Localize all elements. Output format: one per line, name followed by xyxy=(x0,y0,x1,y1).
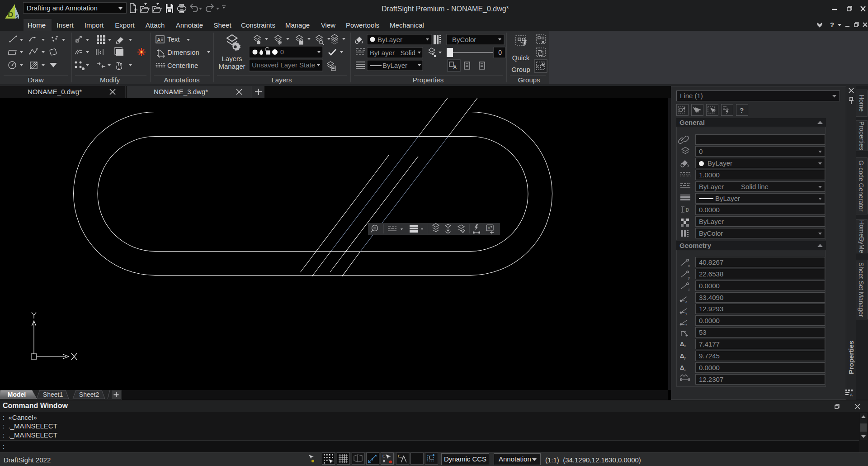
svg-text:Quick: Quick xyxy=(512,54,530,62)
svg-text:z: z xyxy=(685,323,687,327)
svg-text:y: y xyxy=(688,276,690,280)
svg-text:Δ: Δ xyxy=(680,352,684,359)
svg-text:Centerline: Centerline xyxy=(167,62,198,69)
svg-text:Unsaved Layer State: Unsaved Layer State xyxy=(252,61,315,69)
svg-text:s: s xyxy=(15,14,19,20)
svg-text:Group: Group xyxy=(511,66,530,73)
svg-text:Sheet1: Sheet1 xyxy=(43,391,63,398)
svg-text:Layers: Layers xyxy=(222,55,242,62)
svg-text:?: ? xyxy=(830,21,834,29)
svg-text:Text: Text xyxy=(167,35,180,43)
svg-text:z: z xyxy=(684,367,686,371)
svg-text:ByLayer: ByLayer xyxy=(382,62,407,69)
svg-text:A: A xyxy=(118,67,120,71)
svg-text:z: z xyxy=(688,287,690,291)
svg-text:ByLayer: ByLayer xyxy=(377,36,402,43)
svg-text:A: A xyxy=(453,65,457,70)
svg-text:y: y xyxy=(684,356,686,360)
svg-text:A: A xyxy=(157,37,161,43)
svg-text:ByColor: ByColor xyxy=(452,36,476,43)
svg-text:x: x xyxy=(684,344,686,348)
svg-text:ByLayer Solid: ByLayer Solid xyxy=(370,49,415,57)
svg-text:x: x xyxy=(685,300,687,304)
svg-text:D: D xyxy=(8,10,13,19)
svg-text:x: x xyxy=(688,264,690,268)
svg-text:0: 0 xyxy=(498,49,502,56)
svg-text:A: A xyxy=(850,393,853,397)
svg-text:y: y xyxy=(685,311,687,315)
svg-text:Sheet2: Sheet2 xyxy=(79,391,99,398)
svg-text:Model: Model xyxy=(8,391,26,398)
svg-text:Δ: Δ xyxy=(680,364,684,371)
svg-text:Δ: Δ xyxy=(680,341,684,347)
svg-text:A: A xyxy=(488,226,491,230)
svg-text:E: E xyxy=(382,454,385,458)
svg-text:0: 0 xyxy=(280,48,284,56)
svg-text:Manager: Manager xyxy=(218,62,245,70)
svg-text:D: D xyxy=(686,208,689,213)
svg-text:Dimension: Dimension xyxy=(167,48,199,56)
